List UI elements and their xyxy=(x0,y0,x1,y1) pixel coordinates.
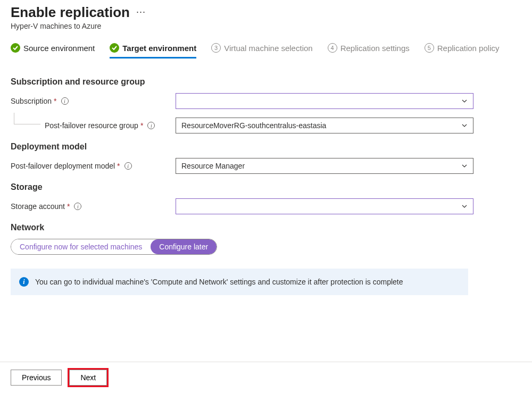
wizard-steps: Source environment Target environment 3 … xyxy=(0,40,532,61)
more-actions-button[interactable]: ··· xyxy=(136,7,146,19)
section-deployment-heading: Deployment model xyxy=(11,142,521,152)
section-subscription-heading: Subscription and resource group xyxy=(11,77,521,87)
wizard-footer: Previous Next xyxy=(0,362,532,393)
dropdown-value: Resource Manager xyxy=(181,162,245,170)
toggle-configure-later[interactable]: Configure later xyxy=(151,239,217,254)
page-title: Enable replication xyxy=(11,4,130,21)
info-icon[interactable]: i xyxy=(124,162,132,170)
step-label: Virtual machine selection xyxy=(224,44,312,53)
step-source-environment[interactable]: Source environment xyxy=(11,40,95,58)
check-icon xyxy=(11,43,20,53)
tree-connector-icon xyxy=(14,113,40,124)
info-banner: i You can go to individual machine's 'Co… xyxy=(11,269,468,295)
chevron-down-icon xyxy=(461,122,468,129)
section-storage-heading: Storage xyxy=(11,182,521,192)
step-label: Replication policy xyxy=(437,44,500,53)
required-indicator: * xyxy=(117,162,120,170)
step-label: Target environment xyxy=(122,44,196,53)
dropdown-value: ResourceMoverRG-southcentralus-eastasia xyxy=(181,121,326,130)
check-icon xyxy=(110,43,119,53)
toggle-configure-now[interactable]: Configure now for selected machines xyxy=(11,239,151,254)
step-replication-policy[interactable]: 5 Replication policy xyxy=(425,40,500,58)
info-icon[interactable]: i xyxy=(61,97,69,105)
required-indicator: * xyxy=(67,202,70,211)
page-subtitle: Hyper-V machines to Azure xyxy=(0,22,532,40)
step-label: Source environment xyxy=(23,44,95,53)
step-label: Replication settings xyxy=(340,44,410,53)
next-button[interactable]: Next xyxy=(69,370,107,386)
chevron-down-icon xyxy=(461,203,468,210)
storage-account-dropdown[interactable] xyxy=(176,198,473,214)
deployment-model-label: Post-failover deployment model * i xyxy=(11,162,176,170)
step-vm-selection[interactable]: 3 Virtual machine selection xyxy=(211,40,312,58)
resource-group-dropdown[interactable]: ResourceMoverRG-southcentralus-eastasia xyxy=(176,118,473,133)
network-config-toggle: Configure now for selected machines Conf… xyxy=(11,239,217,255)
required-indicator: * xyxy=(140,121,143,130)
deployment-model-dropdown[interactable]: Resource Manager xyxy=(176,158,473,174)
info-icon: i xyxy=(19,277,29,287)
required-indicator: * xyxy=(54,97,56,105)
storage-account-label: Storage account * i xyxy=(11,202,176,211)
resource-group-label: Post-failover resource group * i xyxy=(11,121,176,130)
subscription-dropdown[interactable] xyxy=(176,93,473,109)
info-message: You can go to individual machine's 'Comp… xyxy=(35,278,403,286)
section-network-heading: Network xyxy=(11,223,521,232)
step-replication-settings[interactable]: 4 Replication settings xyxy=(328,40,410,58)
chevron-down-icon xyxy=(461,98,468,104)
previous-button[interactable]: Previous xyxy=(11,370,62,386)
subscription-label: Subscription * i xyxy=(11,97,176,105)
step-number-icon: 3 xyxy=(211,43,221,53)
step-target-environment[interactable]: Target environment xyxy=(110,40,196,58)
chevron-down-icon xyxy=(461,163,468,169)
step-number-icon: 4 xyxy=(328,43,337,53)
step-number-icon: 5 xyxy=(425,43,434,53)
info-icon[interactable]: i xyxy=(147,122,155,129)
info-icon[interactable]: i xyxy=(74,203,81,210)
